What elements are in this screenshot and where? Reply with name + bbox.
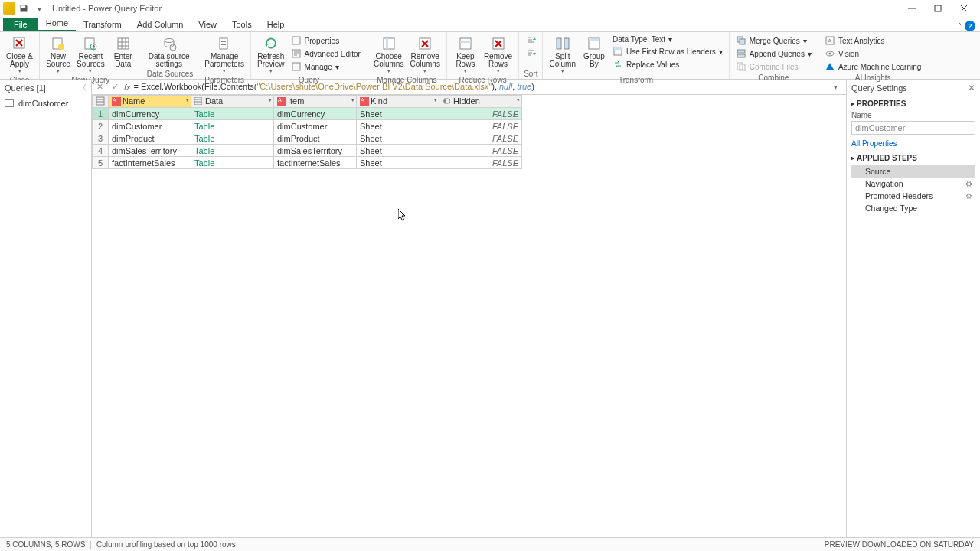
applied-step[interactable]: Navigation⚙ [851,178,975,190]
cell[interactable]: Table [191,120,274,132]
refresh-preview-button[interactable]: Refresh Preview▾ [254,34,288,76]
cell[interactable]: Sheet [357,120,439,132]
sort-asc-button[interactable] [524,34,537,47]
manage-button[interactable]: Manage ▾ [289,60,362,73]
filter-icon[interactable]: ▾ [434,97,437,103]
save-icon[interactable] [17,2,31,15]
formula-commit-icon[interactable]: ✓ [109,81,121,93]
data-grid[interactable]: AName▾Data▾AItem▾AKind▾Hidden▾1dimCurren… [92,95,846,537]
qat-dropdown-icon[interactable]: ▾ [32,2,46,15]
gear-icon[interactable]: ⚙ [965,192,972,201]
filter-icon[interactable]: ▾ [186,97,189,103]
cell[interactable]: dimCustomer [274,120,357,132]
filter-icon[interactable]: ▾ [351,97,354,103]
close-button[interactable] [951,0,977,17]
applied-step[interactable]: Changed Type [851,202,975,214]
cell[interactable]: Sheet [357,132,439,145]
ribbon-collapse-icon[interactable]: ˄ [958,22,962,31]
cell[interactable]: Sheet [357,108,439,120]
row-number[interactable]: 4 [93,145,109,157]
data-type-button[interactable]: Data Type: Text ▾ [611,34,724,44]
cell[interactable]: factInternetSales [274,157,357,169]
all-properties-link[interactable]: All Properties [851,139,975,148]
manage-parameters-button[interactable]: Manage Parameters▾ [201,34,247,76]
cell[interactable]: Sheet [357,157,439,169]
minimize-button[interactable] [899,0,925,17]
tab-home[interactable]: Home [38,16,76,31]
filter-icon[interactable]: ▾ [269,97,272,103]
cell[interactable]: Table [191,132,274,145]
row-number[interactable]: 2 [93,120,109,132]
query-name-input[interactable] [851,121,975,135]
replace-values-button[interactable]: Replace Values [611,58,724,70]
cell[interactable]: FALSE [439,132,522,145]
vision-button[interactable]: Vision [823,47,923,60]
cell[interactable]: dimSalesTerritory [274,145,357,157]
column-header-name[interactable]: AName▾ [109,96,191,108]
formula-expand-icon[interactable]: ▾ [834,83,844,91]
enter-data-button[interactable]: Enter Data [108,34,139,70]
remove-columns-button[interactable]: Remove Columns▾ [407,34,443,76]
column-header-data[interactable]: Data▾ [191,96,274,108]
query-settings-close-icon[interactable]: ✕ [968,83,975,93]
close-apply-button[interactable]: Close & Apply▾ [3,34,36,76]
tab-file[interactable]: File [3,18,38,31]
cell[interactable]: dimProduct [274,132,357,145]
column-header-kind[interactable]: AKind▾ [357,96,439,108]
table-row[interactable]: 5factInternetSalesTablefactInternetSales… [93,157,522,169]
table-row[interactable]: 4dimSalesTerritoryTabledimSalesTerritory… [93,145,522,157]
cell[interactable]: dimCurrency [274,108,357,120]
cell[interactable]: Table [191,108,274,120]
append-queries-button[interactable]: Append Queries ▾ [734,47,813,60]
cell[interactable]: dimSalesTerritory [109,145,191,157]
azure-ml-button[interactable]: Azure Machine Learning [823,60,923,73]
cell[interactable]: FALSE [439,108,522,120]
tab-add-column[interactable]: Add Column [129,18,191,31]
gear-icon[interactable]: ⚙ [965,180,972,188]
tab-view[interactable]: View [191,18,224,31]
cell[interactable]: dimCustomer [109,120,191,132]
new-source-button[interactable]: New Source▾ [43,34,74,76]
applied-step[interactable]: Promoted Headers⚙ [851,190,975,202]
formula-input[interactable]: = Excel.Workbook(File.Contents("C:\Users… [134,82,831,92]
table-row[interactable]: 2dimCustomerTabledimCustomerSheetFALSE [93,120,522,132]
queries-collapse-icon[interactable]: 〈 [79,83,87,93]
data-source-settings-button[interactable]: Data source settings [145,34,193,70]
grid-corner[interactable] [93,96,109,108]
cell[interactable]: FALSE [439,120,522,132]
column-header-hidden[interactable]: Hidden▾ [439,96,522,108]
row-number[interactable]: 3 [93,132,109,145]
advanced-editor-button[interactable]: Advanced Editor [289,47,362,60]
sort-desc-button[interactable] [524,47,537,60]
text-analytics-button[interactable]: AText Analytics [823,34,923,47]
split-column-button[interactable]: Split Column▾ [546,34,578,76]
column-header-item[interactable]: AItem▾ [274,96,357,108]
query-item[interactable]: dimCustomer [0,96,91,110]
row-number[interactable]: 5 [93,157,109,169]
help-icon[interactable]: ? [965,21,975,31]
table-row[interactable]: 3dimProductTabledimProductSheetFALSE [93,132,522,145]
tab-tools[interactable]: Tools [224,18,260,31]
filter-icon[interactable]: ▾ [517,97,520,103]
cell[interactable]: factInternetSales [109,157,191,169]
cell[interactable]: Table [191,145,274,157]
table-row[interactable]: 1dimCurrencyTabledimCurrencySheetFALSE [93,108,522,120]
recent-sources-button[interactable]: Recent Sources▾ [74,34,108,76]
cell[interactable]: FALSE [439,145,522,157]
cell[interactable]: dimProduct [109,132,191,145]
tab-help[interactable]: Help [260,18,292,31]
cell[interactable]: Sheet [357,145,439,157]
row-number[interactable]: 1 [93,108,109,120]
first-row-headers-button[interactable]: Use First Row as Headers ▾ [611,45,724,57]
keep-rows-button[interactable]: Keep Rows▾ [450,34,481,76]
maximize-button[interactable] [925,0,951,17]
fx-icon[interactable]: fx [124,83,131,92]
formula-cancel-icon[interactable]: ✕ [93,81,106,93]
merge-queries-button[interactable]: Merge Queries ▾ [734,34,813,47]
group-by-button[interactable]: Group By [579,34,609,70]
remove-rows-button[interactable]: Remove Rows▾ [481,34,515,76]
cell[interactable]: dimCurrency [109,108,191,120]
properties-button[interactable]: Properties [289,34,362,47]
tab-transform[interactable]: Transform [76,18,129,31]
applied-step[interactable]: Source [851,165,975,178]
